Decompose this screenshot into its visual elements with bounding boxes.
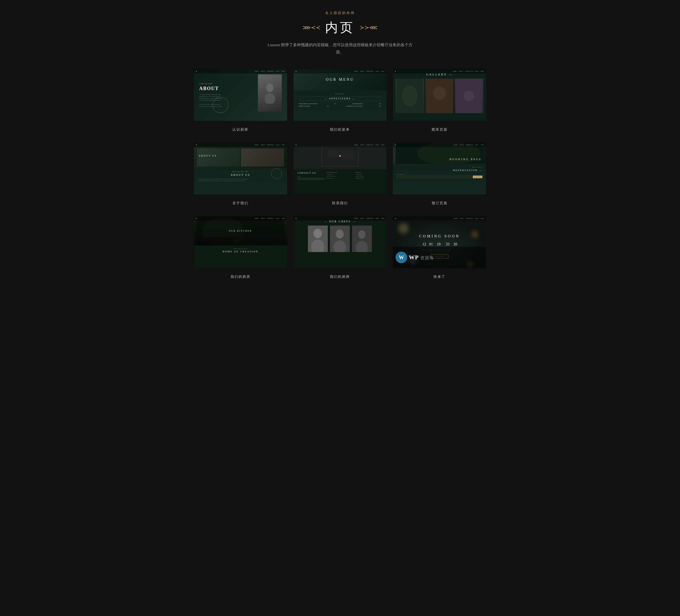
nav-portfolio: PORTFOLIO	[267, 144, 274, 145]
logo-dot	[196, 71, 197, 72]
booking-field-persons[interactable]	[397, 175, 421, 178]
menu-item-name-1: FOUR CHEESE GARLIC BREAD	[299, 103, 318, 104]
header-subtitle: 令人惊叹的布局	[194, 10, 486, 16]
nav-links: HOME ABOUT PORTFOLIO BLOG SHOP	[454, 218, 484, 219]
count-num-hours: 12	[422, 242, 426, 247]
gallery-photo-2	[425, 79, 454, 113]
count-num-extra: 20	[453, 242, 457, 247]
preview-card-booking[interactable]: HOME ABOUT PORTFOLIO BLOG SHOP	[393, 143, 486, 194]
wp-logo: W	[396, 252, 407, 263]
mini-nav-kitchen: HOME ABOUT PORTFOLIO BLOG SHOP	[194, 216, 287, 221]
menu-item-name-4: CAPRESE SALAD CAESAR	[346, 106, 362, 107]
svg-rect-12	[341, 151, 353, 159]
svg-point-1	[264, 93, 275, 104]
booking-res-title: RESERVATION —	[397, 169, 482, 172]
gallery-photo-3	[455, 79, 483, 113]
page-title: 内页	[325, 19, 355, 36]
nav-portfolio: PORTFOLIO	[267, 218, 274, 219]
contact-location-1: MANHATTAN	[327, 172, 353, 173]
kitchen-tag: OUR KITCHEN	[229, 230, 252, 232]
caption-chef: 认识厨师	[232, 127, 248, 132]
wp-watermark-overlay: W WP 资源海	[393, 247, 486, 268]
booking-field-date[interactable]	[422, 175, 447, 178]
gallery-photo-grid	[393, 79, 486, 113]
page-wrapper: 令人惊叹的布局 ⋙≺≺ 内页 ≻≻⋘ Laurent 附带了多种预建的内页模板，…	[189, 0, 491, 301]
chef-3-silhouette	[352, 226, 372, 252]
about-hero-strip: ABOUT US	[194, 147, 287, 168]
nav-shop: SHOP	[282, 71, 285, 72]
contact-bar: CONTACT US Name MANHATTAN 1 Product RdNe…	[293, 169, 387, 183]
nav-shop: SHOP	[381, 71, 385, 72]
nav-about: ABOUT	[459, 218, 464, 219]
mini-nav-about: HOME ABOUT PORTFOLIO BLOG SHOP	[194, 143, 287, 147]
grid-item-chefs: HOME ABOUT PORTFOLIO BLOG SHOP — OUR CHE…	[293, 216, 387, 279]
count-num-days: 01	[429, 242, 433, 247]
menu-item-price-1: $12	[334, 103, 336, 104]
logo-dot	[395, 144, 396, 145]
preview-card-kitchen[interactable]: HOME ABOUT PORTFOLIO BLOG SHOP	[194, 216, 287, 268]
preview-card-about[interactable]: HOME ABOUT PORTFOLIO BLOG SHOP ABOUT US	[194, 143, 287, 194]
preview-card-contact[interactable]: HOME ABOUT PORTFOLIO BLOG SHOP	[293, 143, 387, 194]
contact-col-manhattan: MANHATTAN 1 Product RdNew York, NY 12345…	[327, 172, 353, 180]
nav-about: ABOUT	[261, 218, 265, 219]
wp-logo-letter: W	[399, 254, 404, 260]
booking-btn-label: BOOK NOW	[474, 176, 481, 178]
nav-links: HOME ABOUT PORTFOLIO BLOG SHOP	[355, 71, 385, 72]
svg-point-24	[336, 229, 344, 239]
nav-about: ABOUT	[360, 144, 364, 145]
grid-row-3: HOME ABOUT PORTFOLIO BLOG SHOP	[194, 216, 486, 279]
nav-shop: SHOP	[381, 218, 385, 219]
kitchen-bottom: About the service HOME OF CREATION	[194, 246, 287, 255]
menu-hero-title: OUR MENU	[326, 78, 354, 82]
mini-nav-menu: HOME ABOUT PORTFOLIO BLOG SHOP	[293, 69, 387, 73]
nav-portfolio: PORTFOLIO	[466, 218, 473, 219]
svg-point-21	[313, 229, 322, 238]
title-row: ⋙≺≺ 内页 ≻≻⋘	[194, 19, 486, 36]
nav-shop: SHOP	[282, 144, 285, 145]
contact-location-2: DUBAI	[356, 172, 382, 173]
preview-card-gallery[interactable]: HOME ABOUT CONTACT US BLOG SHOP GALLERY …	[393, 69, 486, 121]
map-icon	[323, 146, 357, 166]
nav-about: ABOUT	[261, 71, 265, 72]
menu-section-name: — APPETIZERS —	[299, 96, 381, 101]
booking-reservation-area: Date here RESERVATION — Person / No Name	[393, 164, 486, 181]
menu-item-price-2: $29	[379, 103, 381, 104]
nav-blog: BLOG	[376, 71, 379, 72]
preview-card-coming[interactable]: HOME ABOUT PORTFOLIO BLOG SHOP	[393, 216, 486, 268]
menu-item-row-2: FRIED CALAMARI $26 CAPRESE SALAD CAESAR …	[299, 106, 381, 107]
nav-shop: SHOP	[481, 71, 484, 72]
logo-dot	[295, 144, 296, 145]
nav-shop: SHOP	[381, 144, 385, 145]
caption-menu: 我们的菜单	[330, 127, 350, 132]
grid-item-gallery: HOME ABOUT CONTACT US BLOG SHOP GALLERY …	[393, 69, 486, 132]
preview-card-chefs[interactable]: HOME ABOUT PORTFOLIO BLOG SHOP — OUR CHE…	[293, 216, 387, 268]
nav-portfolio: PORTFOLIO	[367, 71, 373, 72]
kitchen-label: About the service	[197, 248, 284, 249]
booking-fields-row: BOOK NOW	[397, 175, 482, 178]
contact-detail-2: 2 Product RdDubai, UAE 45678email@email.…	[356, 174, 382, 179]
grid-item-chef: HOME ABOUT PORTFOLIO BLOG SHOP Find the …	[194, 69, 287, 132]
nav-portfolio: PORTFOLIO	[466, 144, 473, 145]
nav-links: HOME ABOUT PORTFOLIO BLOG SHOP	[355, 144, 385, 145]
about-body: Lorem ipsum dolor sit amet, consectetur …	[198, 178, 283, 182]
contact-form-label: Name	[298, 176, 324, 177]
nav-home: HOME	[454, 144, 458, 145]
nav-portfolio: PORTFOLIO	[367, 218, 373, 219]
contact-map	[321, 145, 359, 167]
nav-blog: BLOG	[276, 144, 280, 145]
preview-card-menu[interactable]: HOME ABOUT PORTFOLIO BLOG SHOP OUR MENU	[293, 69, 387, 121]
nav-blog: BLOG	[475, 71, 479, 72]
nav-portfolio: PORTFOLIO	[267, 71, 274, 72]
caption-gallery: 图库页面	[432, 127, 448, 132]
gallery-image-3	[455, 79, 483, 113]
chef-photo-box	[258, 74, 282, 112]
caption-booking: 预订页面	[432, 201, 448, 205]
chef-photo-3	[352, 226, 372, 252]
menu-list: Starters — APPETIZERS — FOUR CHEESE GARL…	[293, 90, 387, 111]
preview-card-chef[interactable]: HOME ABOUT PORTFOLIO BLOG SHOP Find the …	[194, 69, 287, 121]
header-section: 令人惊叹的布局 ⋙≺≺ 内页 ≻≻⋘ Laurent 附带了多种预建的内页模板，…	[194, 10, 486, 56]
booking-field-time[interactable]	[448, 175, 472, 178]
chef-photo	[258, 74, 282, 112]
booking-submit-btn[interactable]: BOOK NOW	[473, 175, 482, 178]
nav-home: HOME	[255, 71, 258, 72]
